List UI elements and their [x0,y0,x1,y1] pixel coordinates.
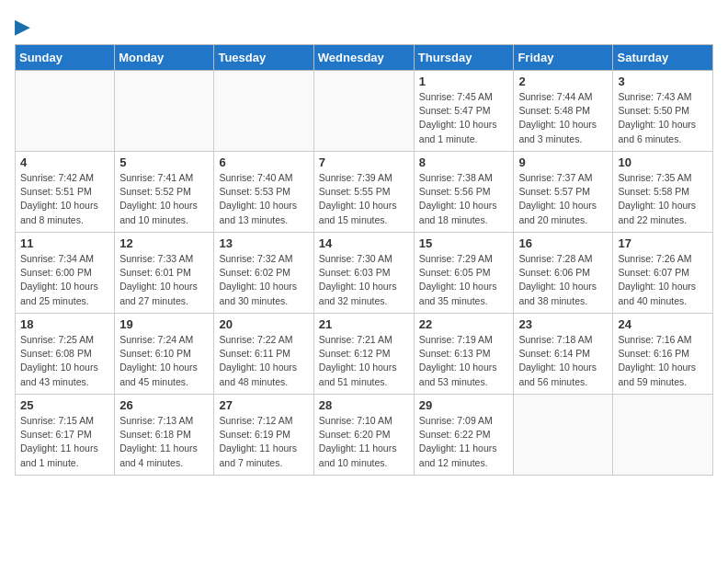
calendar-cell: 25Sunrise: 7:15 AM Sunset: 6:17 PM Dayli… [16,395,115,476]
calendar-cell: 22Sunrise: 7:19 AM Sunset: 6:13 PM Dayli… [414,314,514,395]
day-info: Sunrise: 7:25 AM Sunset: 6:08 PM Dayligh… [20,333,109,389]
day-info: Sunrise: 7:45 AM Sunset: 5:47 PM Dayligh… [419,90,509,146]
day-info: Sunrise: 7:44 AM Sunset: 5:48 PM Dayligh… [518,90,608,146]
weekday-header: Thursday [414,45,514,71]
day-number: 29 [419,398,509,412]
day-number: 9 [518,155,608,169]
day-number: 26 [119,398,209,412]
calendar-cell: 24Sunrise: 7:16 AM Sunset: 6:16 PM Dayli… [613,314,713,395]
calendar-cell [514,395,613,476]
day-info: Sunrise: 7:42 AM Sunset: 5:51 PM Dayligh… [20,171,109,227]
calendar-cell [214,71,313,152]
day-info: Sunrise: 7:33 AM Sunset: 6:01 PM Dayligh… [119,252,209,308]
calendar-cell: 4Sunrise: 7:42 AM Sunset: 5:51 PM Daylig… [16,152,115,233]
calendar-cell: 19Sunrise: 7:24 AM Sunset: 6:10 PM Dayli… [115,314,214,395]
calendar-cell: 16Sunrise: 7:28 AM Sunset: 6:06 PM Dayli… [514,233,613,314]
calendar-cell: 12Sunrise: 7:33 AM Sunset: 6:01 PM Dayli… [115,233,214,314]
calendar-cell: 18Sunrise: 7:25 AM Sunset: 6:08 PM Dayli… [16,314,115,395]
day-number: 23 [518,317,608,331]
calendar-cell [115,71,214,152]
day-number: 14 [319,236,409,250]
day-number: 6 [219,155,308,169]
page-header: ▶ [15,15,713,39]
calendar-cell [313,71,414,152]
calendar-cell: 26Sunrise: 7:13 AM Sunset: 6:18 PM Dayli… [115,395,214,476]
calendar-cell: 11Sunrise: 7:34 AM Sunset: 6:00 PM Dayli… [16,233,115,314]
calendar-week-row: 18Sunrise: 7:25 AM Sunset: 6:08 PM Dayli… [16,314,713,395]
day-info: Sunrise: 7:18 AM Sunset: 6:14 PM Dayligh… [518,333,608,389]
logo-bird-icon: ▶ [15,15,30,39]
day-info: Sunrise: 7:15 AM Sunset: 6:17 PM Dayligh… [20,414,109,470]
day-number: 22 [419,317,509,331]
day-info: Sunrise: 7:41 AM Sunset: 5:52 PM Dayligh… [119,171,209,227]
day-info: Sunrise: 7:09 AM Sunset: 6:22 PM Dayligh… [419,414,509,470]
calendar-cell [16,71,115,152]
day-info: Sunrise: 7:13 AM Sunset: 6:18 PM Dayligh… [119,414,209,470]
calendar-cell: 29Sunrise: 7:09 AM Sunset: 6:22 PM Dayli… [414,395,514,476]
calendar-cell: 10Sunrise: 7:35 AM Sunset: 5:58 PM Dayli… [613,152,713,233]
day-number: 17 [618,236,708,250]
day-number: 21 [319,317,409,331]
calendar-cell: 23Sunrise: 7:18 AM Sunset: 6:14 PM Dayli… [514,314,613,395]
calendar-cell: 5Sunrise: 7:41 AM Sunset: 5:52 PM Daylig… [115,152,214,233]
day-number: 2 [518,75,608,88]
calendar-week-row: 4Sunrise: 7:42 AM Sunset: 5:51 PM Daylig… [16,152,713,233]
weekday-header: Saturday [613,45,713,71]
calendar-cell: 20Sunrise: 7:22 AM Sunset: 6:11 PM Dayli… [214,314,313,395]
day-number: 28 [319,398,409,412]
calendar-header-row: SundayMondayTuesdayWednesdayThursdayFrid… [16,45,713,71]
calendar-cell: 13Sunrise: 7:32 AM Sunset: 6:02 PM Dayli… [214,233,313,314]
day-info: Sunrise: 7:21 AM Sunset: 6:12 PM Dayligh… [319,333,409,389]
calendar-cell: 27Sunrise: 7:12 AM Sunset: 6:19 PM Dayli… [214,395,313,476]
day-number: 11 [20,236,109,250]
day-info: Sunrise: 7:38 AM Sunset: 5:56 PM Dayligh… [419,171,509,227]
day-number: 5 [119,155,209,169]
day-info: Sunrise: 7:39 AM Sunset: 5:55 PM Dayligh… [319,171,409,227]
day-info: Sunrise: 7:28 AM Sunset: 6:06 PM Dayligh… [518,252,608,308]
day-number: 27 [219,398,308,412]
logo: ▶ [15,15,30,39]
calendar-cell: 28Sunrise: 7:10 AM Sunset: 6:20 PM Dayli… [313,395,414,476]
day-info: Sunrise: 7:37 AM Sunset: 5:57 PM Dayligh… [518,171,608,227]
calendar-cell: 8Sunrise: 7:38 AM Sunset: 5:56 PM Daylig… [414,152,514,233]
day-info: Sunrise: 7:30 AM Sunset: 6:03 PM Dayligh… [319,252,409,308]
calendar-cell: 14Sunrise: 7:30 AM Sunset: 6:03 PM Dayli… [313,233,414,314]
day-number: 19 [119,317,209,331]
calendar-cell: 2Sunrise: 7:44 AM Sunset: 5:48 PM Daylig… [514,71,613,152]
day-info: Sunrise: 7:19 AM Sunset: 6:13 PM Dayligh… [419,333,509,389]
day-number: 10 [618,155,708,169]
calendar-cell: 3Sunrise: 7:43 AM Sunset: 5:50 PM Daylig… [613,71,713,152]
day-info: Sunrise: 7:24 AM Sunset: 6:10 PM Dayligh… [119,333,209,389]
weekday-header: Sunday [16,45,115,71]
day-info: Sunrise: 7:35 AM Sunset: 5:58 PM Dayligh… [618,171,708,227]
day-number: 20 [219,317,308,331]
day-number: 18 [20,317,109,331]
day-number: 3 [618,75,708,88]
calendar-cell [613,395,713,476]
calendar-week-row: 11Sunrise: 7:34 AM Sunset: 6:00 PM Dayli… [16,233,713,314]
day-number: 24 [618,317,708,331]
day-info: Sunrise: 7:12 AM Sunset: 6:19 PM Dayligh… [219,414,308,470]
day-info: Sunrise: 7:43 AM Sunset: 5:50 PM Dayligh… [618,90,708,146]
day-number: 15 [419,236,509,250]
day-info: Sunrise: 7:26 AM Sunset: 6:07 PM Dayligh… [618,252,708,308]
calendar-cell: 17Sunrise: 7:26 AM Sunset: 6:07 PM Dayli… [613,233,713,314]
day-number: 8 [419,155,509,169]
calendar-week-row: 25Sunrise: 7:15 AM Sunset: 6:17 PM Dayli… [16,395,713,476]
day-number: 13 [219,236,308,250]
calendar-cell: 6Sunrise: 7:40 AM Sunset: 5:53 PM Daylig… [214,152,313,233]
day-info: Sunrise: 7:34 AM Sunset: 6:00 PM Dayligh… [20,252,109,308]
weekday-header: Monday [115,45,214,71]
calendar-table: SundayMondayTuesdayWednesdayThursdayFrid… [15,44,713,476]
day-info: Sunrise: 7:22 AM Sunset: 6:11 PM Dayligh… [219,333,308,389]
day-number: 12 [119,236,209,250]
day-number: 25 [20,398,109,412]
calendar-week-row: 1Sunrise: 7:45 AM Sunset: 5:47 PM Daylig… [16,71,713,152]
weekday-header: Friday [514,45,613,71]
day-info: Sunrise: 7:40 AM Sunset: 5:53 PM Dayligh… [219,171,308,227]
calendar-cell: 21Sunrise: 7:21 AM Sunset: 6:12 PM Dayli… [313,314,414,395]
day-number: 16 [518,236,608,250]
calendar-cell: 9Sunrise: 7:37 AM Sunset: 5:57 PM Daylig… [514,152,613,233]
day-info: Sunrise: 7:16 AM Sunset: 6:16 PM Dayligh… [618,333,708,389]
day-info: Sunrise: 7:10 AM Sunset: 6:20 PM Dayligh… [319,414,409,470]
